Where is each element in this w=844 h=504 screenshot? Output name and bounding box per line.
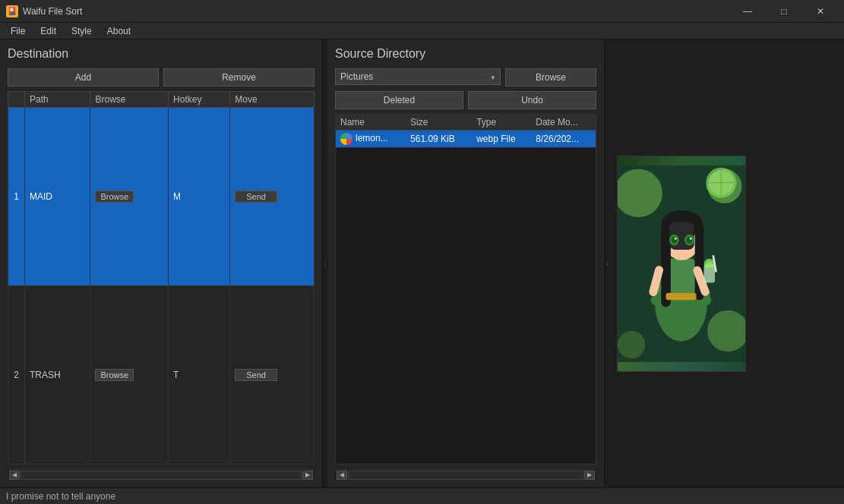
svg-point-22: [687, 236, 692, 243]
file-table: Name Size Type Date Mo... lemon... 561.0…: [336, 115, 596, 148]
svg-rect-27: [666, 293, 697, 300]
menu-about[interactable]: About: [100, 24, 138, 38]
app-icon: 🎴: [6, 5, 18, 17]
col-name: Name: [336, 115, 406, 131]
col-move: Move: [230, 92, 315, 108]
source-scroll-track[interactable]: [348, 471, 583, 480]
file-date: 8/26/202...: [531, 131, 596, 148]
file-icon: [340, 133, 352, 145]
destination-panel: Destination Add Remove Path Browse Hotke…: [0, 39, 323, 487]
col-hotkey: Hotkey: [169, 92, 230, 108]
row-browse-cell: Browse: [90, 286, 169, 465]
browse-button-2[interactable]: Browse: [95, 369, 134, 381]
row-number: 1: [8, 108, 25, 286]
svg-point-24: [690, 237, 692, 239]
row-path: TRASH: [25, 286, 90, 465]
file-row[interactable]: lemon... 561.09 KiB webp File 8/26/202..…: [336, 131, 596, 148]
send-button-1[interactable]: Send: [235, 191, 277, 203]
destination-table: Path Browse Hotkey Move 1 MAID Browse M …: [8, 91, 315, 465]
row-send-cell: Send: [230, 286, 315, 465]
menu-edit[interactable]: Edit: [33, 24, 64, 38]
svg-point-31: [706, 260, 713, 267]
source-scroll-right[interactable]: ▶: [584, 471, 595, 480]
source-action-row: Deleted Undo: [335, 91, 596, 109]
preview-svg: [618, 156, 745, 372]
col-date: Date Mo...: [531, 115, 596, 131]
browse-button-1[interactable]: Browse: [95, 191, 134, 203]
col-type: Type: [472, 115, 531, 131]
status-message: I promise not to tell anyone: [6, 491, 115, 502]
source-title: Source Directory: [335, 47, 596, 61]
remove-button[interactable]: Remove: [163, 68, 315, 87]
row-number: 2: [8, 286, 25, 465]
row-hotkey: T: [169, 286, 230, 465]
col-path: Path: [25, 92, 90, 108]
source-scrollbar[interactable]: ◀ ▶: [335, 469, 596, 480]
col-num: [8, 92, 25, 108]
destination-title: Destination: [8, 47, 315, 61]
send-button-2[interactable]: Send: [235, 369, 277, 381]
row-hotkey: M: [169, 108, 230, 286]
file-table-wrap: Name Size Type Date Mo... lemon... 561.0…: [335, 114, 596, 465]
source-panel: Source Directory Pictures Documents Down…: [327, 39, 605, 487]
scroll-left-btn[interactable]: ◀: [9, 471, 20, 480]
source-scroll-left[interactable]: ◀: [337, 471, 347, 480]
deleted-button[interactable]: Deleted: [335, 91, 463, 109]
scroll-right-btn[interactable]: ▶: [302, 471, 313, 480]
destination-actions: Add Remove: [8, 68, 315, 87]
col-browse: Browse: [90, 92, 169, 108]
file-name: lemon...: [336, 131, 406, 148]
table-row[interactable]: 1 MAID Browse M Send: [8, 108, 315, 286]
menu-style[interactable]: Style: [64, 24, 100, 38]
row-browse-cell: Browse: [90, 108, 169, 286]
dest-scrollbar[interactable]: ◀ ▶: [8, 469, 315, 480]
maximize-button[interactable]: □: [767, 0, 801, 23]
undo-button[interactable]: Undo: [468, 91, 596, 109]
scroll-track[interactable]: [21, 471, 302, 480]
row-path: MAID: [25, 108, 90, 286]
menu-file[interactable]: File: [3, 24, 33, 38]
file-type: webp File: [472, 131, 531, 148]
add-button[interactable]: Add: [8, 68, 159, 87]
source-dropdown-wrap: Pictures Documents Downloads Desktop: [335, 68, 501, 87]
window-controls: — □ ✕: [730, 0, 838, 23]
destination-table-container: Path Browse Hotkey Move 1 MAID Browse M …: [8, 91, 315, 465]
row-send-cell: Send: [230, 108, 315, 286]
status-bar: I promise not to tell anyone: [0, 487, 844, 504]
source-dropdown[interactable]: Pictures Documents Downloads Desktop: [335, 68, 501, 85]
title-bar: 🎴 Waifu File Sort — □ ✕: [0, 0, 844, 23]
menu-bar: File Edit Style About: [0, 23, 844, 39]
source-controls: Pictures Documents Downloads Desktop Bro…: [335, 68, 596, 87]
main-content: Destination Add Remove Path Browse Hotke…: [0, 39, 844, 487]
svg-point-23: [675, 237, 677, 239]
minimize-button[interactable]: —: [730, 0, 765, 23]
col-size: Size: [406, 115, 472, 131]
preview-image: [617, 156, 746, 372]
source-browse-button[interactable]: Browse: [505, 68, 596, 87]
app-title: Waifu File Sort: [23, 6, 730, 17]
file-size: 561.09 KiB: [406, 131, 472, 148]
svg-point-21: [672, 236, 677, 243]
close-button[interactable]: ✕: [803, 0, 838, 23]
table-row[interactable]: 2 TRASH Browse T Send: [8, 286, 315, 465]
svg-point-4: [618, 331, 645, 358]
preview-panel: [609, 39, 754, 487]
svg-rect-12: [667, 258, 694, 296]
